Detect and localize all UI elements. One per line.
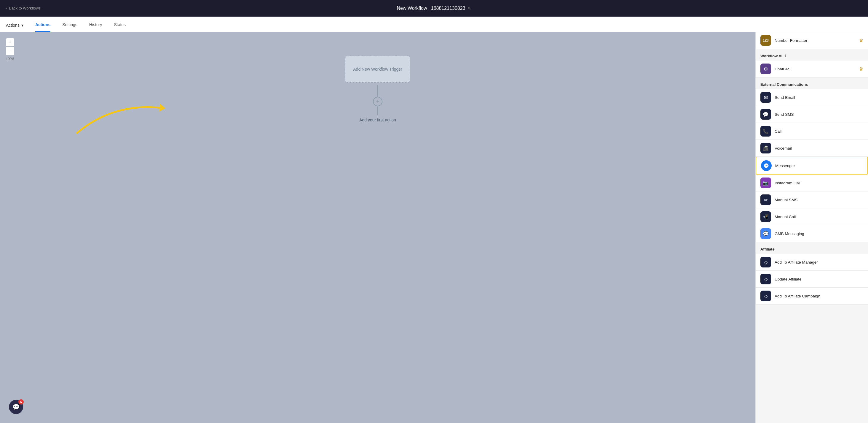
workflow-connector: + Add your first action — [359, 85, 396, 122]
external-comms-label: External Communications — [761, 82, 808, 87]
zoom-out-button[interactable]: − — [6, 47, 14, 55]
workflow-title: New Workflow : 1688121130823 ✎ — [397, 6, 471, 11]
gmb-messaging-label: GMB Messaging — [775, 231, 863, 236]
chatgpt-icon: ⚙ — [761, 63, 771, 74]
tab-status[interactable]: Status — [114, 22, 126, 32]
right-sidebar: 123 Number Formatter ♛ Workflow AI ℹ ⚙ C… — [755, 32, 868, 423]
send-email-icon: ✉ — [761, 92, 771, 103]
number-formatter-label: Number Formatter — [775, 38, 856, 43]
call-icon: 📞 — [761, 126, 771, 137]
top-bar: ‹ Back to Workflows New Workflow : 16881… — [0, 0, 868, 17]
instagram-dm-icon: 📷 — [761, 177, 771, 188]
main-layout: + − 100% Add New Workflow Trigger + Add … — [0, 32, 868, 423]
gmb-messaging-item[interactable]: 💬 GMB Messaging — [756, 225, 868, 242]
external-comms-section-title: External Communications — [756, 78, 868, 89]
manual-sms-icon: ✏ — [761, 194, 771, 205]
crown-icon-number-formatter: ♛ — [859, 38, 863, 43]
add-action-circle[interactable]: + — [373, 97, 382, 106]
send-email-label: Send Email — [775, 95, 863, 100]
update-affiliate-label: Update Affiliate — [775, 277, 863, 281]
affiliate-section-title: Affiliate — [756, 242, 868, 254]
zoom-controls: + − 100% — [6, 38, 14, 61]
instagram-dm-item[interactable]: 📷 Instagram DM — [756, 174, 868, 192]
back-label: Back to Workflows — [9, 6, 41, 10]
voicemail-label: Voicemail — [775, 146, 863, 150]
add-to-affiliate-campaign-label: Add To Affiliate Campaign — [775, 294, 863, 298]
add-to-affiliate-manager-icon: ◇ — [761, 257, 771, 267]
manual-call-icon: 📲 — [761, 212, 771, 222]
add-to-affiliate-campaign-icon: ◇ — [761, 291, 771, 301]
crown-icon-chatgpt: ♛ — [859, 66, 863, 72]
zoom-level-label: 100% — [6, 57, 14, 61]
call-label: Call — [775, 129, 863, 134]
update-affiliate-item[interactable]: ◇ Update Affiliate — [756, 271, 868, 288]
tab-history-label: History — [89, 22, 102, 27]
manual-call-item[interactable]: 📲 Manual Call — [756, 208, 868, 225]
actions-dropdown-label: Actions — [6, 23, 20, 28]
workflow-canvas[interactable]: + − 100% Add New Workflow Trigger + Add … — [0, 32, 755, 423]
add-to-affiliate-campaign-item[interactable]: ◇ Add To Affiliate Campaign — [756, 288, 868, 305]
send-sms-icon: 💬 — [761, 109, 771, 120]
tab-actions[interactable]: Actions — [35, 22, 51, 32]
workflow-name-text: New Workflow : 1688121130823 — [397, 6, 465, 11]
update-affiliate-icon: ◇ — [761, 274, 771, 284]
voicemail-item[interactable]: 📠 Voicemail — [756, 140, 868, 157]
messenger-label: Messenger — [775, 164, 863, 168]
messenger-item[interactable]: Messenger — [756, 157, 868, 174]
first-action-label: Add your first action — [359, 117, 396, 122]
number-formatter-icon: 123 — [761, 35, 771, 46]
send-sms-item[interactable]: 💬 Send SMS — [756, 106, 868, 123]
arrow-annotation — [59, 80, 172, 139]
connector-line-top — [377, 85, 378, 97]
manual-sms-item[interactable]: ✏ Manual SMS — [756, 192, 868, 208]
tab-actions-label: Actions — [35, 22, 51, 27]
workflow-ai-section-title: Workflow AI ℹ — [756, 49, 868, 61]
zoom-in-button[interactable]: + — [6, 38, 14, 46]
tab-history[interactable]: History — [89, 22, 102, 32]
chatgpt-label: ChatGPT — [775, 67, 856, 71]
gmb-messaging-icon: 💬 — [761, 228, 771, 239]
edit-icon[interactable]: ✎ — [467, 6, 471, 11]
call-item[interactable]: 📞 Call — [756, 123, 868, 140]
send-email-item[interactable]: ✉ Send Email — [756, 89, 868, 106]
affiliate-section-label: Affiliate — [761, 247, 775, 251]
back-button[interactable]: ‹ Back to Workflows — [6, 6, 41, 10]
chat-widget[interactable]: 💬 6 — [9, 400, 23, 414]
workflow-ai-info-icon: ℹ — [785, 54, 786, 58]
manual-sms-label: Manual SMS — [775, 198, 863, 202]
workflow-trigger-box[interactable]: Add New Workflow Trigger — [345, 56, 410, 83]
svg-marker-0 — [159, 104, 165, 112]
instagram-dm-label: Instagram DM — [775, 181, 863, 185]
add-to-affiliate-manager-label: Add To Affiliate Manager — [775, 260, 863, 264]
tab-settings[interactable]: Settings — [62, 22, 78, 32]
number-formatter-item[interactable]: 123 Number Formatter ♛ — [756, 32, 868, 49]
send-sms-label: Send SMS — [775, 112, 863, 117]
tab-bar: Actions ▾ Actions Settings History Statu… — [0, 17, 868, 32]
add-to-affiliate-manager-item[interactable]: ◇ Add To Affiliate Manager — [756, 254, 868, 271]
connector-line-bottom — [377, 106, 378, 115]
chat-icon: 💬 — [12, 403, 20, 411]
messenger-icon — [761, 160, 772, 171]
manual-call-label: Manual Call — [775, 215, 863, 219]
workflow-ai-label: Workflow AI — [761, 54, 782, 58]
back-arrow-icon: ‹ — [6, 6, 7, 10]
tab-settings-label: Settings — [62, 22, 78, 27]
chat-badge: 6 — [19, 399, 24, 404]
trigger-label: Add New Workflow Trigger — [353, 67, 402, 72]
actions-dropdown-button[interactable]: Actions ▾ — [6, 23, 24, 32]
tab-status-label: Status — [114, 22, 126, 27]
chevron-down-icon: ▾ — [21, 23, 24, 28]
voicemail-icon: 📠 — [761, 143, 771, 153]
chatgpt-item[interactable]: ⚙ ChatGPT ♛ — [756, 61, 868, 78]
